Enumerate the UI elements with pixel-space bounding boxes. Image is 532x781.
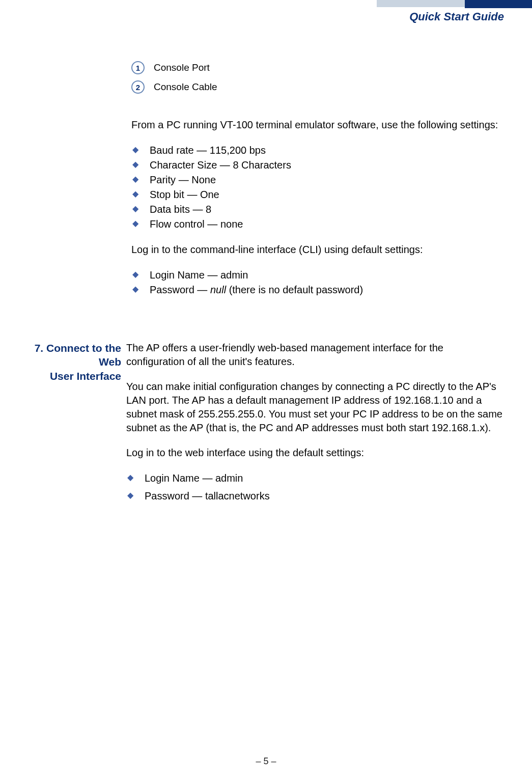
cli-login-password: Password — null (there is no default pas… xyxy=(132,283,504,297)
setting-databits: Data bits — 8 xyxy=(132,202,504,217)
section-7-body: The AP offers a user-friendly web-based … xyxy=(126,341,504,515)
legend-row-1: 1 Console Port xyxy=(131,61,504,74)
setting-parity: Parity — None xyxy=(132,173,504,187)
section-7-row: 7. Connect to the Web User Interface The… xyxy=(17,341,504,515)
section-7-title: 7. Connect to the Web User Interface xyxy=(17,341,126,515)
cli-login-list: Login Name — admin Password — null (ther… xyxy=(132,268,504,297)
setting-charsize: Character Size — 8 Characters xyxy=(132,158,504,173)
sec7-p2: You can make initial configuration chang… xyxy=(126,380,504,435)
legend-circle-2: 2 xyxy=(131,80,145,94)
legend-label-1: Console Port xyxy=(154,62,210,73)
header-title: Quick Start Guide xyxy=(409,10,504,23)
web-login-name: Login Name — admin xyxy=(127,471,504,486)
legend-label-2: Console Cable xyxy=(154,81,217,93)
intro-cli-login: Log in to the command-line interface (CL… xyxy=(131,243,504,257)
sec7-p3: Log in to the web interface using the de… xyxy=(126,446,504,460)
web-login-list: Login Name — admin Password — tallacnetw… xyxy=(127,471,504,504)
cli-login-name: Login Name — admin xyxy=(132,268,504,283)
intro-terminal-settings: From a PC running VT-100 terminal emulat… xyxy=(131,118,504,132)
legend-block: 1 Console Port 2 Console Cable xyxy=(131,61,504,94)
setting-baud: Baud rate — 115,200 bps xyxy=(132,143,504,158)
web-login-password: Password — tallacnetworks xyxy=(127,489,504,504)
page-footer: – 5 – xyxy=(0,756,532,767)
legend-circle-1: 1 xyxy=(131,61,145,74)
main-content: 1 Console Port 2 Console Cable From a PC… xyxy=(131,61,504,309)
setting-flowcontrol: Flow control — none xyxy=(132,217,504,232)
terminal-settings-list: Baud rate — 115,200 bps Character Size —… xyxy=(132,143,504,232)
setting-stopbit: Stop bit — One xyxy=(132,187,504,202)
legend-row-2: 2 Console Cable xyxy=(131,80,504,94)
header-stripe-light xyxy=(377,0,466,7)
header-stripe-dark xyxy=(465,0,532,8)
sec7-p1: The AP offers a user-friendly web-based … xyxy=(126,341,504,369)
